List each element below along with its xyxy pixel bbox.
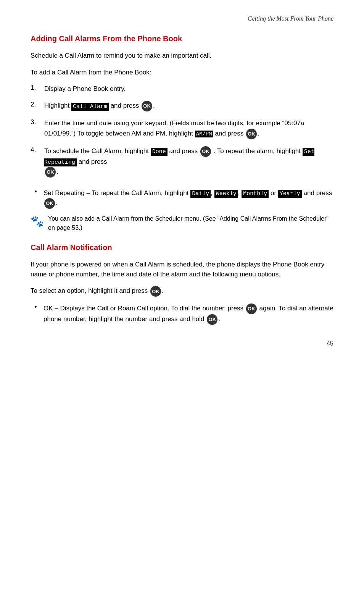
step-1-content: Display a Phone Book entry. <box>44 84 333 94</box>
step-3: 3. Enter the time and date using your ke… <box>31 118 333 139</box>
step-2-content: Highlight Call Alarm and press OK. <box>44 101 333 111</box>
bullet-h1: Daily <box>190 190 211 198</box>
bullet-ok: OK <box>44 198 55 209</box>
step-1-num: 1. <box>31 84 44 94</box>
bullet-set-repeating: • Set Repeating – To repeat the Call Ala… <box>31 188 333 209</box>
note-block: 🐾 You can also add a Call Alarm from the… <box>31 214 333 232</box>
section1-title: Adding Call Alarms From the Phone Book <box>31 34 333 43</box>
bullet-h2: Weekly <box>214 190 238 198</box>
step-2: 2. Highlight Call Alarm and press OK. <box>31 101 333 111</box>
step-2-ok: OK <box>142 101 152 111</box>
section2-bullet-content: OK – Displays the Call or Roam Call opti… <box>43 304 333 325</box>
section2-bullet-dot: • <box>34 303 43 325</box>
step-4: 4. To schedule the Call Alarm, highlight… <box>31 146 333 178</box>
step-2-num: 2. <box>31 101 44 111</box>
bullet-h4: Yearly <box>278 190 302 198</box>
bullet-dot: • <box>34 187 43 209</box>
section2-bullet-ok2: OK <box>207 314 217 325</box>
section2-para2-before: To select an option, highlight it and pr… <box>31 287 148 295</box>
step-4-content: To schedule the Call Alarm, highlight Do… <box>44 146 333 178</box>
section2-para1: If your phone is powered on when a Call … <box>31 260 333 279</box>
step-3-num: 3. <box>31 118 44 139</box>
section1-intro2: To add a Call Alarm from the Phone Book: <box>31 68 333 77</box>
step-3-ampm: AM/PM <box>195 131 213 137</box>
bullet-h3: Monthly <box>242 190 269 198</box>
section2-bullet: • OK – Displays the Call or Roam Call op… <box>31 304 333 325</box>
step-4-text-before: To schedule the Call Alarm, highlight <box>44 147 149 155</box>
section2-bullet-ok1: OK <box>246 304 257 314</box>
section2-para2: To select an option, highlight it and pr… <box>31 286 333 297</box>
step-4-num: 4. <box>31 146 44 178</box>
step-3-ok: OK <box>246 129 257 139</box>
page-header: Getting the Most From Your Phone <box>31 15 333 22</box>
bullet-content: Set Repeating – To repeat the Call Alarm… <box>43 188 333 209</box>
note-text: You can also add a Call Alarm from the S… <box>48 214 333 232</box>
section1-intro1: Schedule a Call Alarm to remind you to m… <box>31 51 333 61</box>
step-3-text: Enter the time and date using your keypa… <box>44 119 304 137</box>
step-4-ok1: OK <box>200 146 211 157</box>
section2-bullet-text: OK – Displays the Call or Roam Call opti… <box>43 305 243 312</box>
step-2-highlight: Call Alarm <box>71 103 109 111</box>
note-icon: 🐾 <box>31 215 44 228</box>
section2-title: Call Alarm Notification <box>31 243 333 252</box>
step-3-content: Enter the time and date using your keypa… <box>44 118 333 139</box>
step-4-highlight1: Done <box>151 148 168 156</box>
step-4-text-mid2: . To repeat the alarm, highlight <box>214 147 301 155</box>
page-number: 45 <box>31 340 333 347</box>
section2-para2-ok: OK <box>150 286 161 297</box>
step-2-text-before: Highlight <box>44 102 69 110</box>
step-2-and-press: and press <box>111 102 139 110</box>
step-4-ok2: OK <box>45 167 56 178</box>
bullet-text-before: Set Repeating – To repeat the Call Alarm… <box>43 189 189 197</box>
step-1: 1. Display a Phone Book entry. <box>31 84 333 94</box>
